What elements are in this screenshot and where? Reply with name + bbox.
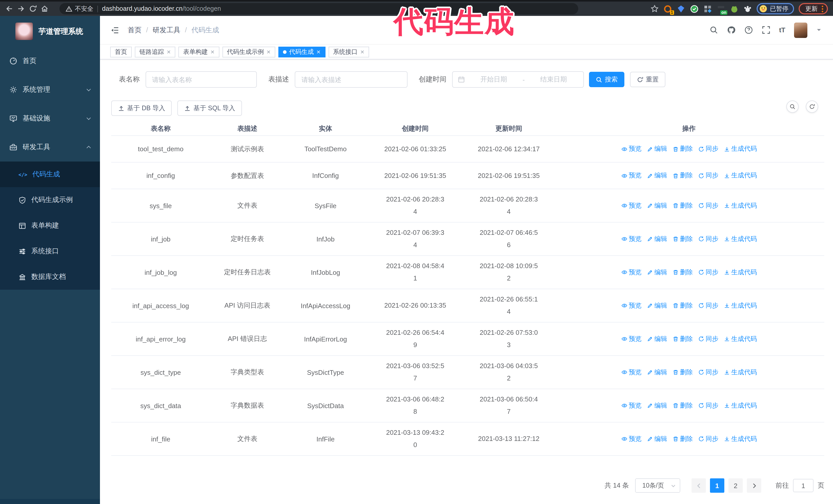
avatar[interactable] [794,22,807,38]
tab-close-icon[interactable]: ✕ [316,49,320,55]
action-delete[interactable]: 删除 [672,301,693,310]
sidebar-item-home[interactable]: 首页 [0,47,100,75]
sidebar-subitem-codegen[interactable]: </> 代码生成 [0,162,100,187]
action-download[interactable]: 生成代码 [723,335,757,343]
prev-page-button[interactable] [691,478,706,493]
page-size-select[interactable]: 10条/页 [635,478,680,493]
action-sync[interactable]: 同步 [698,368,718,377]
sidebar-item-infra[interactable]: 基础设施 [0,104,100,133]
extension-orange-icon[interactable]: 1 [663,4,672,13]
fullscreen-icon[interactable] [761,26,770,34]
action-sync[interactable]: 同步 [698,401,718,410]
action-sync[interactable]: 同步 [698,335,718,343]
browser-reload-icon[interactable] [29,5,37,13]
github-icon[interactable] [727,26,735,34]
action-eye[interactable]: 预览 [621,145,642,153]
profile-paused-chip[interactable]: 已暂停 [757,3,794,14]
browser-update-button[interactable]: 更新 [799,3,828,14]
tab-codegen-demo[interactable]: 代码生成示例✕ [222,46,276,57]
breadcrumb-home[interactable]: 首页 [128,25,142,34]
hamburger-icon[interactable] [110,25,119,34]
action-sync[interactable]: 同步 [698,268,718,277]
action-eye[interactable]: 预览 [621,335,642,343]
action-download[interactable]: 生成代码 [723,401,757,410]
action-edit[interactable]: 编辑 [647,368,667,377]
reset-button[interactable]: 重置 [630,72,665,87]
action-eye[interactable]: 预览 [621,235,642,243]
action-eye[interactable]: 预览 [621,401,642,410]
browser-menu-icon[interactable] [822,5,823,12]
action-delete[interactable]: 删除 [672,268,693,277]
app-logo-row[interactable]: 芋道管理系统 [0,16,100,47]
sidebar-subitem-db-docs[interactable]: 数据库文档 [0,264,100,290]
search-icon[interactable] [709,26,718,34]
page-button-1[interactable]: 1 [710,478,724,493]
action-edit[interactable]: 编辑 [647,145,667,153]
action-download[interactable]: 生成代码 [723,301,757,310]
tab-form-builder[interactable]: 表单构建✕ [178,46,219,57]
action-sync[interactable]: 同步 [698,235,718,243]
extension-grid-icon[interactable] [703,4,712,13]
action-sync[interactable]: 同步 [698,171,718,180]
sidebar-subitem-codegen-demo[interactable]: 代码生成示例 [0,187,100,213]
extension-check-icon[interactable] [690,4,699,13]
action-sync[interactable]: 同步 [698,301,718,310]
date-range-picker[interactable]: 开始日期 - 结束日期 [452,71,584,88]
action-edit[interactable]: 编辑 [647,301,667,310]
tab-close-icon[interactable]: ✕ [167,49,171,55]
import-db-button[interactable]: 基于 DB 导入 [111,100,172,116]
end-date-placeholder[interactable]: 结束日期 [529,75,578,84]
extension-paw-icon[interactable] [743,4,752,13]
action-edit[interactable]: 编辑 [647,401,667,410]
action-download[interactable]: 生成代码 [723,201,757,210]
action-eye[interactable]: 预览 [621,268,642,277]
tab-close-icon[interactable]: ✕ [210,49,215,55]
action-eye[interactable]: 预览 [621,171,642,180]
tab-home[interactable]: 首页 [110,46,132,57]
extension-gem-icon[interactable] [677,4,685,13]
action-download[interactable]: 生成代码 [723,171,757,180]
sidebar-subitem-system-api[interactable]: 系统接口 [0,238,100,264]
browser-home-icon[interactable] [41,5,49,13]
action-eye[interactable]: 预览 [621,301,642,310]
import-sql-button[interactable]: 基于 SQL 导入 [177,100,242,116]
browser-back-icon[interactable] [5,5,13,13]
security-indicator[interactable]: 不安全 [66,4,93,13]
browser-forward-icon[interactable] [17,5,25,13]
caret-down-icon[interactable] [816,27,822,33]
action-edit[interactable]: 编辑 [647,335,667,343]
action-download[interactable]: 生成代码 [723,368,757,377]
action-delete[interactable]: 删除 [672,434,693,443]
breadcrumb-devtools[interactable]: 研发工具 [153,25,181,34]
sidebar-item-system[interactable]: 系统管理 [0,75,100,104]
sidebar-item-devtools[interactable]: 研发工具 [0,133,100,162]
goto-page-input[interactable] [793,479,813,492]
bookmark-star-icon[interactable] [650,5,659,13]
action-sync[interactable]: 同步 [698,201,718,210]
table-desc-input[interactable] [295,71,407,88]
tab-codegen[interactable]: 代码生成✕ [278,46,325,57]
action-eye[interactable]: 预览 [621,434,642,443]
page-button-2[interactable]: 2 [729,478,743,493]
sidebar-subitem-form-builder[interactable]: 表单构建 [0,213,100,238]
action-edit[interactable]: 编辑 [647,235,667,243]
action-edit[interactable]: 编辑 [647,268,667,277]
action-delete[interactable]: 删除 [672,145,693,153]
action-edit[interactable]: 编辑 [647,201,667,210]
action-edit[interactable]: 编辑 [647,434,667,443]
toggle-search-button[interactable] [786,100,799,113]
tab-system-api[interactable]: 系统接口✕ [328,46,369,57]
address-bar[interactable]: 不安全 dashboard.yudao.iocoder.cn/tool/code… [60,3,578,14]
action-delete[interactable]: 删除 [672,201,693,210]
font-size-icon[interactable]: tT [779,26,785,34]
next-page-button[interactable] [747,478,761,493]
action-delete[interactable]: 删除 [672,171,693,180]
action-edit[interactable]: 编辑 [647,171,667,180]
start-date-placeholder[interactable]: 开始日期 [469,75,519,84]
search-button[interactable]: 搜索 [589,72,624,87]
table-name-input[interactable] [145,71,257,88]
action-delete[interactable]: 删除 [672,368,693,377]
action-sync[interactable]: 同步 [698,434,718,443]
action-download[interactable]: 生成代码 [723,268,757,277]
tab-close-icon[interactable]: ✕ [360,49,364,55]
